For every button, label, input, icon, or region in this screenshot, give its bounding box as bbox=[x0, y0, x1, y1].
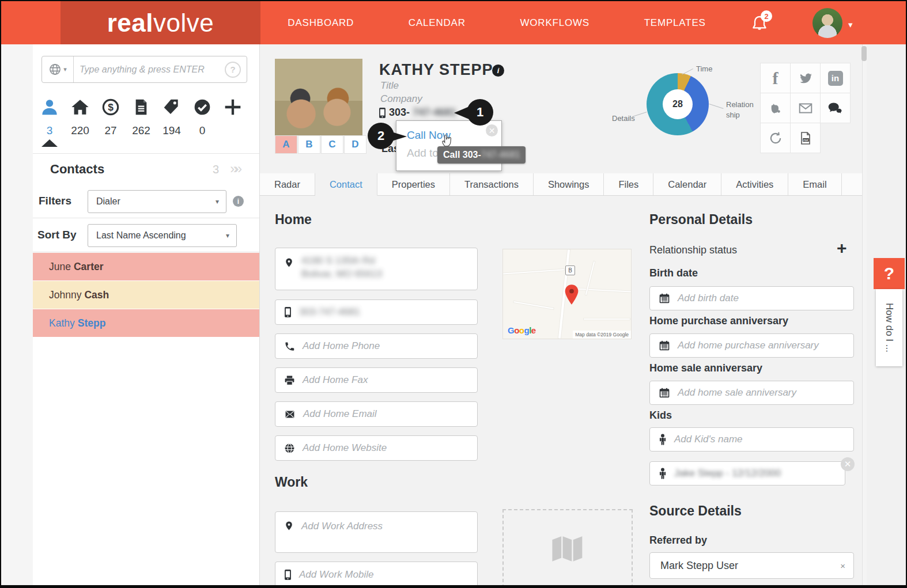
clear-referred-by-button[interactable]: × bbox=[840, 561, 845, 571]
add-home-email-field[interactable]: Add Home Email bbox=[275, 401, 478, 427]
tab-d[interactable]: D bbox=[344, 135, 366, 154]
contacts-count: 3 bbox=[213, 163, 219, 176]
tab-email[interactable]: Email bbox=[788, 173, 841, 195]
relationship-status-label: Relationship status bbox=[649, 244, 737, 256]
popup-close-icon[interactable]: ✕ bbox=[486, 124, 498, 136]
add-home-website-field[interactable]: Add Home Website bbox=[275, 435, 478, 461]
nav-workflows[interactable]: WORKFLOWS bbox=[520, 17, 589, 29]
mobile-phone-icon bbox=[379, 107, 386, 119]
linkedin-icon[interactable]: in bbox=[820, 63, 851, 93]
social-actions-grid: f in PDF bbox=[761, 63, 852, 153]
contact-phone-link[interactable]: 303-747-4681 bbox=[379, 107, 456, 119]
nav-calendar[interactable]: CALENDAR bbox=[409, 17, 466, 29]
sort-dropdown[interactable]: Last Name Ascending ▾ bbox=[88, 224, 237, 247]
kid-entry-field[interactable]: Jake Stepp - 12/12/2000 bbox=[649, 461, 845, 485]
home-mobile-redacted: 303-747-4681 bbox=[299, 306, 360, 318]
add-kid-field[interactable]: Add Kid's name bbox=[649, 427, 854, 452]
location-pin-icon bbox=[284, 519, 294, 532]
document-icon bbox=[132, 98, 150, 116]
search-scope-dropdown[interactable]: ▾ bbox=[42, 56, 74, 82]
contact-title-placeholder[interactable]: Title bbox=[380, 80, 399, 92]
home-address-field[interactable]: 4190 S 135th Rd Bolivar, MO 65613 bbox=[275, 248, 478, 290]
home-purchase-anniversary-field[interactable]: Add home purchase anniversary bbox=[649, 333, 854, 358]
contact-company-placeholder[interactable]: Company bbox=[380, 93, 422, 105]
contact-row-kathy-stepp[interactable]: Kathy Stepp bbox=[33, 309, 259, 337]
referred-by-label: Referred by bbox=[649, 534, 707, 547]
add-work-address-field[interactable]: Add Work Address bbox=[275, 511, 478, 553]
sidebar-module-tags[interactable]: 194 bbox=[157, 98, 187, 137]
sidebar-module-documents[interactable]: 262 bbox=[126, 98, 156, 137]
sync-refresh-icon[interactable] bbox=[760, 123, 791, 153]
evernote-icon[interactable] bbox=[760, 93, 791, 123]
add-relationship-button[interactable]: + bbox=[837, 238, 847, 258]
contact-first-name: June bbox=[49, 261, 71, 273]
folded-map-icon bbox=[551, 534, 584, 563]
tab-contact[interactable]: Contact bbox=[315, 173, 377, 196]
map-road bbox=[572, 288, 632, 292]
nav-templates[interactable]: TEMPLATES bbox=[644, 17, 706, 29]
search-input[interactable] bbox=[74, 65, 225, 75]
chevron-down-icon: ▾ bbox=[63, 66, 67, 73]
map-route-shield: B bbox=[565, 265, 575, 275]
main-scrollbar-thumb[interactable] bbox=[861, 46, 867, 61]
plus-icon bbox=[224, 98, 242, 116]
birth-date-field[interactable]: Add birth date bbox=[649, 286, 854, 310]
add-home-phone-field[interactable]: Add Home Phone bbox=[275, 333, 478, 359]
facebook-icon[interactable]: f bbox=[760, 63, 791, 93]
contact-row-johnny-cash[interactable]: Johnny Cash bbox=[33, 281, 259, 309]
referred-by-field[interactable]: Mark Stepp User × bbox=[649, 552, 854, 579]
sidebar-module-contacts[interactable]: 3 bbox=[35, 98, 65, 137]
add-to-link[interactable]: Add to bbox=[407, 147, 439, 160]
sidebar-module-tasks[interactable]: 0 bbox=[187, 98, 217, 137]
sidebar-module-add[interactable] bbox=[218, 98, 248, 116]
annotation-step-1: 1 bbox=[467, 99, 493, 126]
tab-c[interactable]: C bbox=[321, 135, 343, 154]
search-help-icon[interactable]: ? bbox=[225, 62, 241, 78]
contact-info-icon[interactable]: i bbox=[492, 65, 504, 77]
chat-bubbles-icon[interactable] bbox=[820, 93, 851, 123]
twitter-icon[interactable] bbox=[790, 63, 821, 93]
contact-photo[interactable] bbox=[275, 59, 362, 135]
tab-files[interactable]: Files bbox=[604, 173, 653, 195]
top-navigation-bar: realvolve DASHBOARD CALENDAR WORKFLOWS T… bbox=[1, 1, 906, 44]
calendar-icon bbox=[659, 293, 670, 304]
donut-center-value: 28 bbox=[672, 99, 683, 109]
add-work-mobile-field[interactable]: Add Work Mobile bbox=[275, 562, 478, 588]
add-home-fax-field[interactable]: Add Home Fax bbox=[275, 367, 478, 393]
referred-by-value: Mark Stepp User bbox=[660, 560, 738, 572]
realvolve-logo[interactable]: realvolve bbox=[61, 1, 260, 44]
email-envelope-icon[interactable] bbox=[790, 93, 821, 123]
nav-dashboard[interactable]: DASHBOARD bbox=[288, 17, 354, 29]
how-do-i-tab[interactable]: How do I ... bbox=[876, 289, 902, 366]
remove-kid-button[interactable]: ✕ bbox=[841, 457, 855, 471]
annotation-step-1-tail bbox=[454, 107, 469, 119]
contact-last-name: Stepp bbox=[78, 317, 106, 329]
help-button[interactable]: ? bbox=[874, 258, 905, 289]
pdf-export-icon[interactable]: PDF bbox=[790, 123, 821, 153]
sidebar-module-properties[interactable]: 220 bbox=[65, 98, 95, 137]
add-home-fax-placeholder: Add Home Fax bbox=[303, 374, 368, 386]
tab-a[interactable]: A bbox=[275, 135, 297, 154]
home-address-line1-redacted: 4190 S 135th Rd bbox=[301, 255, 382, 267]
tab-properties[interactable]: Properties bbox=[377, 173, 450, 195]
tab-b[interactable]: B bbox=[298, 135, 320, 154]
tab-showings[interactable]: Showings bbox=[534, 173, 604, 195]
expand-chevrons-icon[interactable]: »» bbox=[230, 161, 239, 177]
tab-radar[interactable]: Radar bbox=[259, 173, 315, 195]
tag-icon bbox=[162, 98, 181, 116]
tab-transactions[interactable]: Transactions bbox=[450, 173, 534, 195]
filters-info-icon[interactable]: i bbox=[233, 196, 244, 207]
home-address-map[interactable]: B Google Map data ©2019 Google bbox=[502, 249, 632, 339]
map-road bbox=[502, 269, 564, 275]
user-menu-caret-icon[interactable]: ▾ bbox=[848, 20, 853, 30]
tooltip-redacted: 747-4681 bbox=[481, 150, 520, 160]
home-mobile-field[interactable]: 303-747-4681 bbox=[275, 299, 478, 325]
home-sale-anniversary-field[interactable]: Add home sale anniversary bbox=[649, 381, 854, 405]
user-avatar[interactable] bbox=[812, 8, 842, 38]
contact-row-june-carter[interactable]: June Carter bbox=[33, 253, 259, 280]
tab-activities[interactable]: Activities bbox=[721, 173, 788, 195]
notification-count-badge[interactable]: 2 bbox=[761, 10, 772, 22]
filters-dropdown[interactable]: Dialer ▾ bbox=[88, 190, 226, 213]
tab-calendar[interactable]: Calendar bbox=[653, 173, 721, 195]
sidebar-module-money[interactable]: $ 27 bbox=[96, 98, 126, 137]
